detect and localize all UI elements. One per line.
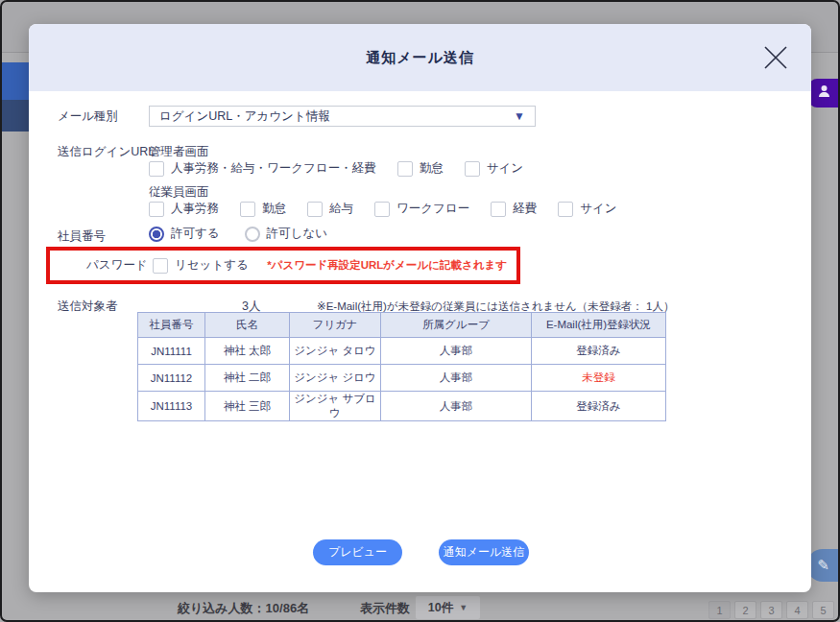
checkbox-option[interactable]: 給与: [307, 201, 353, 217]
checkbox[interactable]: [240, 202, 255, 217]
mail-type-value: ログインURL・アカウント情報: [159, 108, 330, 125]
dimmed-sidebar-item-active: [2, 62, 29, 100]
table-cell: 人事部: [381, 392, 532, 421]
page-button-3[interactable]: 3: [760, 601, 782, 619]
page-button-2[interactable]: 2: [734, 601, 756, 619]
chevron-down-icon: ▼: [459, 603, 468, 612]
checkbox-option[interactable]: 勤怠: [397, 160, 444, 177]
password-reset-option[interactable]: リセットする: [153, 257, 249, 274]
filtered-count: 絞り込み人数：10/86名: [178, 600, 309, 617]
chevron-down-icon: ▼: [514, 109, 525, 123]
employee-number-label: 社員番号: [58, 228, 106, 245]
preview-button[interactable]: プレビュー: [313, 539, 402, 565]
checkbox[interactable]: [307, 202, 323, 217]
table-cell: JN11112: [138, 365, 205, 392]
checkbox[interactable]: [558, 202, 573, 217]
checkbox-option[interactable]: 人事労務: [149, 201, 219, 217]
table-cell: 人事部: [381, 365, 532, 392]
password-reset-note: *パスワード再設定URLがメールに記載されます: [267, 258, 507, 273]
password-label: パスワード: [86, 257, 148, 274]
checkbox-option[interactable]: ワークフロー: [374, 201, 469, 217]
pagination: 12345: [708, 601, 834, 619]
display-count-label: 表示件数: [360, 600, 410, 617]
checkbox-option[interactable]: 勤怠: [240, 201, 286, 217]
status-cell: 登録済み: [532, 338, 666, 365]
feedback-tab[interactable]: ✎: [806, 549, 840, 582]
checkbox[interactable]: [491, 202, 506, 217]
table-cell: 人事部: [381, 338, 532, 365]
page-button-4[interactable]: 4: [786, 601, 808, 619]
table-row: JN11112神社 二郎ジンジャ ジロウ人事部未登録: [138, 365, 666, 392]
table-cell: JN11111: [138, 338, 205, 365]
send-mail-button[interactable]: 通知メール送信: [439, 539, 529, 565]
table-header-cell: 所属グループ: [381, 313, 532, 338]
checkbox-option[interactable]: 人事労務・給与・ワークフロー・経費: [149, 160, 376, 177]
person-icon: [818, 84, 830, 102]
radio-unselected-icon[interactable]: [245, 227, 260, 242]
dimmed-sidebar-item: [2, 100, 29, 132]
admin-screen-heading: 管理者画面: [149, 144, 209, 160]
screen: ✎ 絞り込み人数：10/86名 表示件数 10件 ▼ 12345 通知メール送信…: [0, 0, 840, 622]
table-header-cell: 社員番号: [138, 313, 205, 338]
display-count-value: 10件: [428, 600, 453, 616]
checkbox[interactable]: [465, 161, 480, 177]
checkbox-label: 勤怠: [420, 160, 444, 177]
checkbox-label: 勤怠: [262, 201, 286, 217]
checkbox-label: ワークフロー: [396, 201, 469, 217]
checkbox[interactable]: [397, 161, 413, 177]
pencil-icon: ✎: [817, 557, 829, 574]
modal-title: 通知メール送信: [29, 49, 811, 67]
table-cell: ジンジャ タロウ: [290, 338, 381, 365]
checkbox[interactable]: [153, 258, 168, 274]
admin-login-url-options: 人事労務・給与・ワークフロー・経費勤怠サイン: [149, 160, 523, 177]
table-header-cell: 氏名: [205, 313, 290, 338]
status-cell: 登録済み: [532, 392, 666, 421]
checkbox-option[interactable]: 経費: [491, 201, 537, 217]
checkbox[interactable]: [374, 202, 390, 217]
page-button-5[interactable]: 5: [812, 601, 834, 619]
display-count-select[interactable]: 10件 ▼: [416, 596, 480, 619]
checkbox-option[interactable]: サイン: [558, 201, 616, 217]
radio-option-allow[interactable]: 許可する: [149, 226, 220, 242]
mail-type-select[interactable]: ログインURL・アカウント情報 ▼: [149, 106, 536, 127]
recipients-label: 送信対象者: [58, 299, 118, 315]
checkbox-label: 経費: [513, 201, 537, 217]
checkbox-option[interactable]: サイン: [465, 160, 523, 177]
employee-screen-heading: 従業員画面: [149, 184, 209, 201]
checkbox-label: 人事労務・給与・ワークフロー・経費: [171, 160, 376, 177]
table-header-cell: フリガナ: [290, 313, 381, 338]
checkbox[interactable]: [149, 161, 164, 177]
employee-login-url-options: 人事労務勤怠給与ワークフロー経費サイン: [149, 201, 617, 217]
checkbox[interactable]: [149, 202, 164, 217]
checkbox-label: サイン: [487, 160, 523, 177]
radio-option-deny[interactable]: 許可しない: [245, 226, 327, 242]
password-row-highlight: パスワード リセットする *パスワード再設定URLがメールに記載されます: [46, 247, 520, 284]
table-cell: 神社 三郎: [205, 392, 290, 421]
help-tab[interactable]: [809, 79, 840, 108]
login-url-label: 送信ログインURL: [58, 144, 155, 160]
checkbox-label: 給与: [329, 201, 353, 217]
status-cell: 未登録: [532, 365, 666, 392]
notification-mail-modal: 通知メール送信 メール種別 ログインURL・アカウント情報 ▼ 送信ログインUR…: [29, 24, 811, 592]
table-cell: 神社 二郎: [205, 365, 290, 392]
list-footer: 絞り込み人数：10/86名 表示件数 10件 ▼ 12345: [0, 595, 840, 620]
table-row: JN11113神社 三郎ジンジャ サブロウ人事部登録済み: [138, 392, 666, 421]
table-cell: JN11113: [138, 392, 205, 421]
checkbox-label: 人事労務: [171, 201, 219, 217]
modal-header: 通知メール送信: [29, 24, 811, 91]
recipients-table: 社員番号氏名フリガナ所属グループE-Mail(社用)登録状況 JN11111神社…: [137, 312, 666, 421]
page-button-1[interactable]: 1: [708, 601, 731, 619]
mail-type-label: メール種別: [58, 108, 118, 125]
table-cell: ジンジャ ジロウ: [290, 365, 381, 392]
table-row: JN11111神社 太郎ジンジャ タロウ人事部登録済み: [138, 338, 666, 365]
close-icon[interactable]: [761, 43, 790, 72]
checkbox-label: サイン: [580, 201, 616, 217]
employee-number-options: 許可する 許可しない: [149, 226, 327, 242]
table-cell: 神社 太郎: [205, 338, 290, 365]
table-header-row: 社員番号氏名フリガナ所属グループE-Mail(社用)登録状況: [138, 313, 666, 338]
table-cell: ジンジャ サブロウ: [290, 392, 381, 421]
radio-selected-icon[interactable]: [149, 227, 164, 242]
table-header-cell: E-Mail(社用)登録状況: [532, 313, 666, 338]
